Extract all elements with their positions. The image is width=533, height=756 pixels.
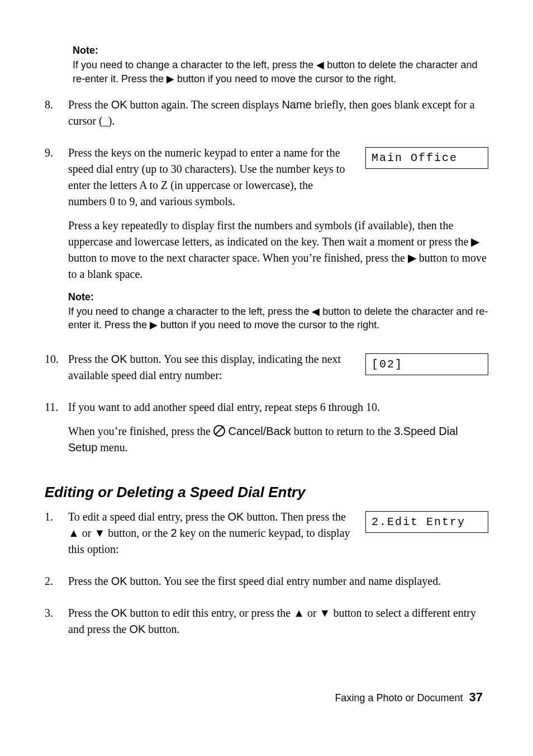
edit-step-3: 3. Press the OK button to edit this entr…: [45, 605, 488, 645]
ok-label: OK: [228, 511, 244, 523]
page-footer: Faxing a Photo or Document 37: [45, 690, 488, 705]
step-text: Press the OK button. You see the first s…: [68, 573, 488, 589]
note-block: Note: If you need to change a character …: [73, 44, 488, 86]
step-8: 8. Press the OK button again. The screen…: [45, 97, 488, 137]
step-text: When you’re finished, press the Cancel/B…: [68, 423, 488, 456]
steps-list-edit: 1. To edit a speed dial entry, press the…: [45, 509, 488, 645]
step-text: Press the OK button to edit this entry, …: [68, 605, 488, 637]
step-text: Press the OK button again. The screen di…: [68, 97, 488, 129]
step-text: Press the keys on the numeric keypad to …: [68, 145, 354, 210]
lcd-display-main-office: Main Office: [365, 147, 488, 169]
step-10: 10. Press the OK button. You see this di…: [45, 351, 488, 391]
step-number: 11.: [45, 399, 68, 464]
note-block: Note: If you need to change a character …: [68, 290, 488, 332]
lcd-display-edit-entry: 2.Edit Entry: [365, 511, 488, 533]
step-text: Press a key repeatedly to display first …: [68, 218, 488, 282]
step-9: 9. Press the keys on the numeric keypad …: [45, 145, 488, 343]
key-2-label: 2: [170, 527, 177, 539]
section-heading: Editing or Deleting a Speed Dial Entry: [45, 484, 488, 501]
name-label: Name: [282, 98, 311, 111]
edit-step-1: 1. To edit a speed dial entry, press the…: [45, 509, 488, 565]
note-title: Note:: [68, 290, 488, 304]
step-number: 1.: [45, 509, 68, 565]
note-body: If you need to change a character to the…: [68, 305, 488, 332]
ok-label: OK: [111, 575, 127, 587]
step-number: 2.: [45, 573, 68, 597]
step-text: Press the OK button. You see this displa…: [68, 351, 354, 384]
ok-label: OK: [111, 353, 127, 365]
step-text: If you want to add another speed dial en…: [68, 399, 488, 415]
step-text: To edit a speed dial entry, press the OK…: [68, 509, 354, 557]
step-number: 8.: [45, 97, 68, 137]
steps-list-upper: 8. Press the OK button again. The screen…: [45, 97, 488, 464]
edit-step-2: 2. Press the OK button. You see the firs…: [45, 573, 488, 597]
ok-label: OK: [111, 98, 127, 111]
note-body: If you need to change a character to the…: [73, 58, 488, 86]
note-title: Note:: [73, 44, 488, 57]
step-number: 10.: [45, 351, 68, 391]
cancel-back-icon: [213, 425, 225, 437]
cancel-back-label: Cancel/Back: [225, 425, 291, 437]
ok-label: OK: [129, 623, 145, 635]
step-11: 11. If you want to add another speed dia…: [45, 399, 488, 464]
step-number: 3.: [45, 605, 68, 645]
ok-label: OK: [111, 607, 127, 619]
lcd-display-next-entry: [02]: [365, 353, 488, 375]
footer-label: Faxing a Photo or Document: [335, 692, 463, 703]
step-number: 9.: [45, 145, 68, 343]
page-number: 37: [469, 690, 483, 704]
